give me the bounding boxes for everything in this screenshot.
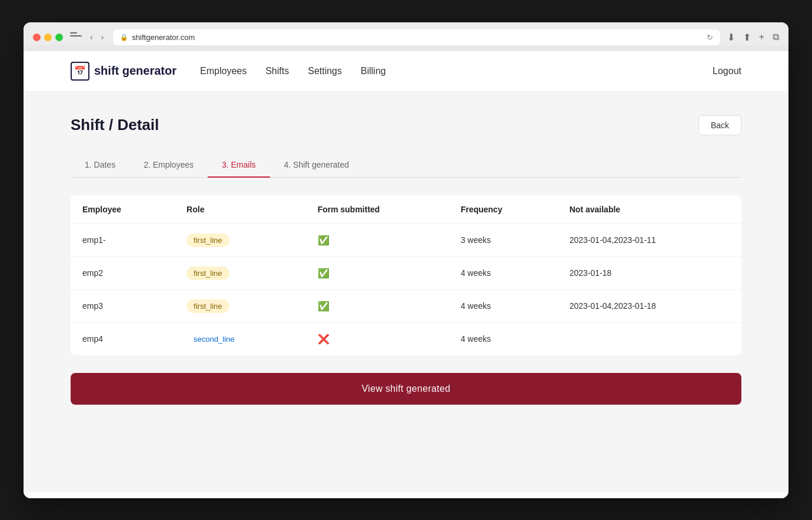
cell-not-available: 2023-01-18 [558,256,741,289]
close-button[interactable] [33,34,41,41]
cell-employee: emp2 [71,256,175,289]
nav-billing[interactable]: Billing [361,66,386,76]
nav-shifts[interactable]: Shifts [265,66,289,76]
tab-shift-generated[interactable]: 4. Shift generated [270,153,364,178]
logo-generator: generator [122,64,177,77]
logo[interactable]: 📅 shift generator [71,62,177,81]
main-content: Shift / Detail Back 1. Dates 2. Employee… [24,92,788,492]
browser-window: ‹ › 🔒 shiftgenerator.com ↻ ⬇ ⬆ + ⧉ 📅 shi [24,22,788,498]
check-icon: ✅ [318,301,330,311]
back-nav-button[interactable]: ‹ [88,31,95,43]
cell-role: second_line [175,322,306,355]
page-header: Shift / Detail Back [71,115,741,135]
table-row: emp4second_line❌4 weeks [71,322,741,355]
logo-shift: shift [94,64,122,77]
nav-settings[interactable]: Settings [308,66,342,76]
table-container: Employee Role Form submitted Frequency N… [71,195,741,355]
cell-frequency: 4 weeks [449,256,558,289]
cell-employee: emp3 [71,289,175,322]
address-bar[interactable]: 🔒 shiftgenerator.com ↻ [113,29,720,45]
table-row: emp3first_line✅4 weeks2023-01-04,2023-01… [71,289,741,322]
cell-form-submitted: ✅ [306,256,449,289]
cell-role: first_line [175,256,306,289]
traffic-lights [33,34,63,41]
cell-not-available [558,322,741,355]
check-icon: ✅ [318,268,330,278]
sidebar-toggle-button[interactable] [70,32,82,42]
cell-frequency: 3 weeks [449,224,558,256]
maximize-button[interactable] [55,34,63,41]
browser-actions: ⬇ ⬆ + ⧉ [727,32,779,43]
navbar: 📅 shift generator Employees Shifts Setti… [24,51,788,92]
cell-frequency: 4 weeks [449,289,558,322]
lock-icon: 🔒 [120,34,128,41]
col-not-available: Not available [558,195,741,224]
tab-emails[interactable]: 3. Emails [208,153,270,178]
page-content: 📅 shift generator Employees Shifts Setti… [24,51,788,498]
cell-role: first_line [175,289,306,322]
role-badge: first_line [187,266,229,280]
download-icon[interactable]: ⬇ [727,32,735,43]
table-header-row: Employee Role Form submitted Frequency N… [71,195,741,224]
role-badge: first_line [187,299,229,313]
tab-employees[interactable]: 2. Employees [129,153,208,178]
cell-role: first_line [175,224,306,256]
logout-button[interactable]: Logout [713,66,741,76]
back-button[interactable]: Back [698,115,741,135]
check-icon: ✅ [318,235,330,245]
view-shift-button[interactable]: View shift generated [71,373,741,405]
cell-employee: emp1- [71,224,175,256]
col-employee: Employee [71,195,175,224]
table-body: emp1-first_line✅3 weeks2023-01-04,2023-0… [71,224,741,355]
logo-text: shift generator [94,64,177,78]
cell-form-submitted: ❌ [306,322,449,355]
reload-icon[interactable]: ↻ [707,33,713,42]
forward-nav-button[interactable]: › [99,31,107,43]
cell-frequency: 4 weeks [449,322,558,355]
employees-table: Employee Role Form submitted Frequency N… [71,195,741,355]
table-row: emp1-first_line✅3 weeks2023-01-04,2023-0… [71,224,741,256]
cell-employee: emp4 [71,322,175,355]
col-role: Role [175,195,306,224]
tab-dates[interactable]: 1. Dates [71,153,129,178]
cell-form-submitted: ✅ [306,289,449,322]
cell-not-available: 2023-01-04,2023-01-18 [558,289,741,322]
role-badge: first_line [187,234,229,247]
tabs-icon[interactable]: ⧉ [773,32,779,42]
role-badge: second_line [187,332,241,346]
minimize-button[interactable] [44,34,52,41]
col-frequency: Frequency [449,195,558,224]
col-form-submitted: Form submitted [306,195,449,224]
logo-icon: 📅 [71,62,89,81]
browser-controls: ‹ › [70,31,106,43]
nav-links: Employees Shifts Settings Billing [200,66,713,76]
tabs: 1. Dates 2. Employees 3. Emails 4. Shift… [71,153,741,178]
table-row: emp2first_line✅4 weeks2023-01-18 [71,256,741,289]
nav-employees[interactable]: Employees [200,66,247,76]
browser-chrome: ‹ › 🔒 shiftgenerator.com ↻ ⬇ ⬆ + ⧉ [24,22,788,45]
url-text: shiftgenerator.com [132,33,195,42]
page-title: Shift / Detail [71,116,159,134]
new-tab-icon[interactable]: + [759,32,764,42]
cell-form-submitted: ✅ [306,224,449,256]
share-icon[interactable]: ⬆ [743,32,751,43]
browser-titlebar: ‹ › 🔒 shiftgenerator.com ↻ ⬇ ⬆ + ⧉ [33,29,779,45]
cross-icon: ❌ [318,334,330,344]
cell-not-available: 2023-01-04,2023-01-11 [558,224,741,256]
